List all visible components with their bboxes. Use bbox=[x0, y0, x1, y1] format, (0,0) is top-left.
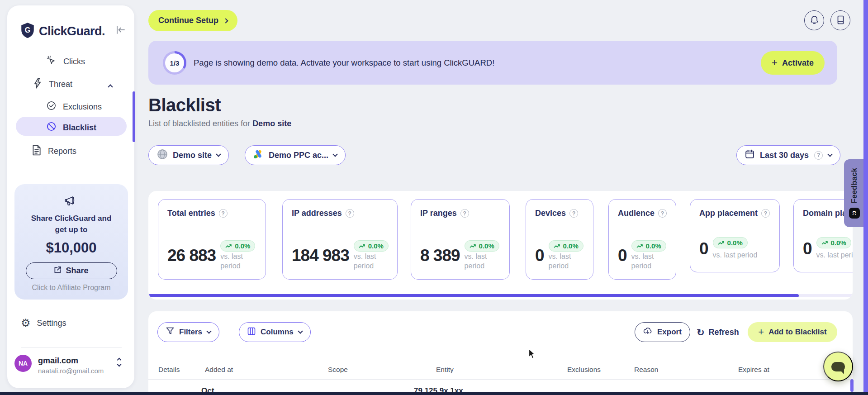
stat-card-devices: Devices? 0 0.0% vs. lastperiod bbox=[526, 199, 593, 280]
column-header-added-at[interactable]: Added at bbox=[205, 366, 233, 374]
document-icon bbox=[32, 145, 42, 158]
add-to-blacklist-button[interactable]: + Add to Blacklist bbox=[748, 322, 837, 342]
table-cell-entity: 79.125.9x.1xx bbox=[414, 386, 463, 392]
chevron-down-icon bbox=[206, 328, 211, 333]
clickguard-chat-icon: c: bbox=[849, 208, 860, 219]
stat-card-total-entries: Total entries? 26 883 0.0% vs. lastperio… bbox=[158, 199, 266, 280]
sidebar-item-clicks[interactable]: Clicks bbox=[46, 55, 85, 68]
chat-widget-button[interactable] bbox=[823, 352, 853, 381]
docs-button[interactable] bbox=[830, 10, 850, 30]
refresh-button[interactable]: ↻ Refresh bbox=[697, 322, 739, 342]
stat-note: vs. last period bbox=[816, 250, 853, 260]
share-button[interactable]: Share bbox=[26, 262, 117, 279]
sidebar-item-settings[interactable]: ⚙ Settings bbox=[21, 318, 66, 328]
subtitle-site-name: Demo site bbox=[252, 119, 291, 128]
help-icon[interactable]: ? bbox=[460, 209, 469, 218]
account-switcher-icon[interactable] bbox=[118, 358, 121, 366]
column-header-exclusions[interactable]: Exclusions bbox=[567, 366, 601, 374]
setup-progress-ring: 1/3 bbox=[163, 51, 186, 75]
stat-value: 0 bbox=[699, 239, 708, 258]
refresh-label: Refresh bbox=[709, 328, 739, 337]
table-scrollbar-thumb[interactable] bbox=[850, 379, 854, 392]
help-icon[interactable]: ? bbox=[219, 209, 228, 218]
column-header-entity[interactable]: Entity bbox=[436, 366, 454, 374]
column-header-expires-at[interactable]: Expires at bbox=[738, 366, 769, 374]
sidebar-scroll-accent bbox=[133, 91, 135, 142]
ppc-account-selector[interactable]: Demo PPC ac... bbox=[245, 145, 346, 165]
stats-panel: Total entries? 26 883 0.0% vs. lastperio… bbox=[148, 191, 853, 300]
gear-icon: ⚙ bbox=[21, 318, 31, 328]
export-label: Export bbox=[657, 328, 682, 337]
sidebar-item-label: Exclusions bbox=[63, 102, 102, 112]
sidebar-collapse-icon[interactable] bbox=[116, 25, 126, 36]
external-link-icon bbox=[54, 266, 62, 276]
account-name: gmail.com bbox=[38, 356, 78, 366]
plus-icon: + bbox=[758, 327, 764, 337]
block-icon bbox=[46, 121, 57, 134]
help-icon[interactable]: ? bbox=[814, 151, 823, 160]
svg-text:G: G bbox=[25, 26, 31, 34]
stats-scrollbar-thumb[interactable] bbox=[148, 294, 799, 297]
chevron-up-icon[interactable] bbox=[108, 84, 113, 89]
lightning-icon bbox=[33, 78, 43, 91]
help-icon[interactable]: ? bbox=[658, 209, 667, 218]
continue-setup-label: Continue Setup bbox=[158, 16, 218, 25]
chat-bubble-icon bbox=[831, 362, 845, 371]
globe-icon bbox=[157, 149, 168, 162]
chevron-right-icon bbox=[223, 18, 228, 23]
app-root: G ClickGuard. Clicks Threat Exclus bbox=[0, 0, 868, 395]
stat-value: 26 883 bbox=[167, 246, 216, 265]
column-header-scope[interactable]: Scope bbox=[328, 366, 348, 374]
stat-note: vs. last period bbox=[713, 250, 758, 260]
date-range-label: Last 30 days bbox=[760, 151, 809, 160]
feedback-label: Feedback bbox=[850, 168, 859, 203]
filters-button[interactable]: Filters bbox=[157, 322, 219, 342]
activate-label: Activate bbox=[782, 58, 814, 68]
affiliate-promo-card[interactable]: Share ClickGuard and get up to $10,000 S… bbox=[14, 184, 128, 300]
help-icon[interactable]: ? bbox=[761, 209, 770, 218]
stat-value: 0 bbox=[618, 246, 627, 265]
help-icon[interactable]: ? bbox=[569, 209, 578, 218]
continue-setup-button[interactable]: Continue Setup bbox=[148, 10, 237, 31]
sidebar-item-label: Blacklist bbox=[63, 123, 96, 133]
chevron-down-icon bbox=[216, 152, 221, 157]
logo-shield-icon: G bbox=[21, 23, 34, 40]
chevron-down-icon bbox=[298, 328, 303, 333]
site-selector-label: Demo site bbox=[173, 151, 212, 160]
chevron-down-icon bbox=[332, 152, 337, 157]
stat-card-ip-ranges: IP ranges? 8 389 0.0% vs. lastperiod bbox=[411, 199, 510, 280]
plus-icon: + bbox=[772, 58, 778, 68]
columns-label: Columns bbox=[261, 328, 294, 337]
date-range-selector[interactable]: Last 30 days ? bbox=[736, 145, 840, 165]
demo-data-banner: 1/3 Page is showing demo data. Activate … bbox=[148, 41, 837, 85]
stats-scrollbar-track[interactable] bbox=[148, 294, 853, 297]
feedback-tab[interactable]: Feedback c: bbox=[844, 159, 865, 227]
sidebar-item-blacklist[interactable]: Blacklist bbox=[46, 121, 96, 134]
columns-button[interactable]: Columns bbox=[239, 322, 311, 342]
stat-note: vs. lastperiod bbox=[549, 252, 571, 270]
notifications-button[interactable] bbox=[804, 10, 824, 30]
delta-badge: 0.0% bbox=[354, 240, 389, 252]
column-header-reason[interactable]: Reason bbox=[634, 366, 658, 374]
export-button[interactable]: Export bbox=[635, 322, 690, 342]
column-header-details[interactable]: Details bbox=[158, 366, 180, 374]
stat-note: vs. lastperiod bbox=[631, 252, 654, 270]
account-email: naatali.ro@gmail.com bbox=[38, 367, 104, 375]
logo-text: ClickGuard. bbox=[39, 24, 105, 38]
sidebar-item-reports[interactable]: Reports bbox=[32, 145, 76, 158]
sidebar-item-exclusions[interactable]: Exclusions bbox=[46, 100, 102, 113]
help-icon[interactable]: ? bbox=[346, 209, 354, 218]
activate-button[interactable]: + Activate bbox=[761, 51, 825, 75]
page-title: Blacklist bbox=[148, 95, 221, 115]
page-scrollbar[interactable] bbox=[863, 0, 868, 392]
site-selector[interactable]: Demo site bbox=[148, 145, 229, 165]
sidebar-item-threat[interactable]: Threat bbox=[33, 78, 72, 91]
badge-check-icon bbox=[46, 100, 57, 113]
book-icon bbox=[836, 15, 845, 26]
avatar[interactable]: NA bbox=[14, 355, 32, 372]
sidebar-item-label: Reports bbox=[48, 147, 76, 156]
stat-value: 8 389 bbox=[420, 246, 460, 265]
stat-card-ip-addresses: IP addresses? 184 983 0.0% vs. lastperio… bbox=[282, 199, 398, 280]
delta-badge: 0.0% bbox=[220, 240, 255, 252]
stat-value: 0 bbox=[535, 246, 544, 265]
